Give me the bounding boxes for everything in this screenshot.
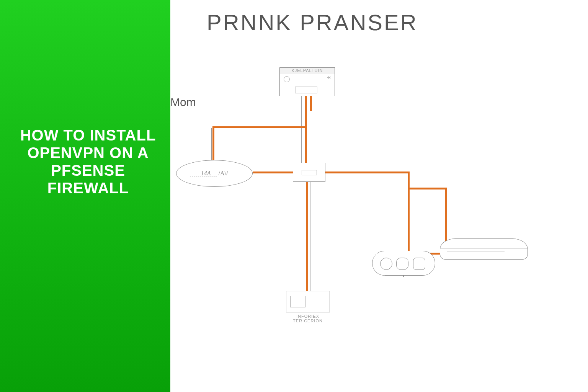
long-device-slot-icon bbox=[447, 252, 505, 252]
node-long-device bbox=[440, 238, 528, 260]
top-device-slot-icon bbox=[295, 87, 317, 93]
oval-label-right: /A\/ bbox=[218, 170, 228, 177]
node-bottom-device bbox=[286, 291, 330, 312]
node-top-device-header: KJELPALTUIN bbox=[280, 68, 335, 74]
node-oval-cloud: 14A /A\/ bbox=[176, 160, 253, 187]
page-canvas: HOW TO INSTALL OPENVPN ON A PFSENSE FIRE… bbox=[0, 0, 588, 392]
wire-center-down bbox=[306, 182, 308, 293]
diagram-small-label: Mom bbox=[170, 96, 196, 109]
diagram-title: PRNNK PRANSER bbox=[207, 10, 418, 35]
wire-center-down-thin bbox=[310, 182, 310, 308]
oval-scribble-icon bbox=[190, 176, 217, 182]
rounded-device-icon-3 bbox=[413, 258, 425, 270]
top-device-label-icon: ·R bbox=[327, 75, 331, 80]
top-device-line-icon bbox=[291, 77, 314, 81]
node-center-switch-slot-icon bbox=[302, 170, 317, 175]
rounded-device-icon-2 bbox=[396, 258, 408, 270]
top-device-port-icon bbox=[284, 76, 290, 82]
node-top-device: KJELPALTUIN ·R bbox=[279, 67, 335, 96]
node-center-switch bbox=[293, 163, 325, 182]
side-title: HOW TO INSTALL OPENVPN ON A PFSENSE FIRE… bbox=[11, 126, 165, 197]
wire-right-upper-h bbox=[409, 188, 446, 189]
node-rounded-device bbox=[372, 251, 435, 276]
wire-left-vertical bbox=[212, 126, 214, 161]
long-device-seam-icon bbox=[440, 248, 528, 248]
side-panel: HOW TO INSTALL OPENVPN ON A PFSENSE FIRE… bbox=[0, 0, 170, 392]
wire-oval-to-center bbox=[253, 172, 295, 173]
wire-top-to-center bbox=[305, 96, 307, 165]
wire-left-horizontal bbox=[212, 126, 306, 128]
rounded-device-icon-1 bbox=[380, 258, 392, 270]
wire-top-short bbox=[310, 96, 312, 111]
wire-center-to-right bbox=[325, 172, 409, 173]
wire-right-down bbox=[408, 172, 410, 254]
node-bottom-device-panel-icon bbox=[290, 296, 305, 307]
node-bottom-caption: INFORIEX TERICERION bbox=[281, 314, 335, 323]
wire-top-to-center-parallel bbox=[301, 96, 302, 165]
